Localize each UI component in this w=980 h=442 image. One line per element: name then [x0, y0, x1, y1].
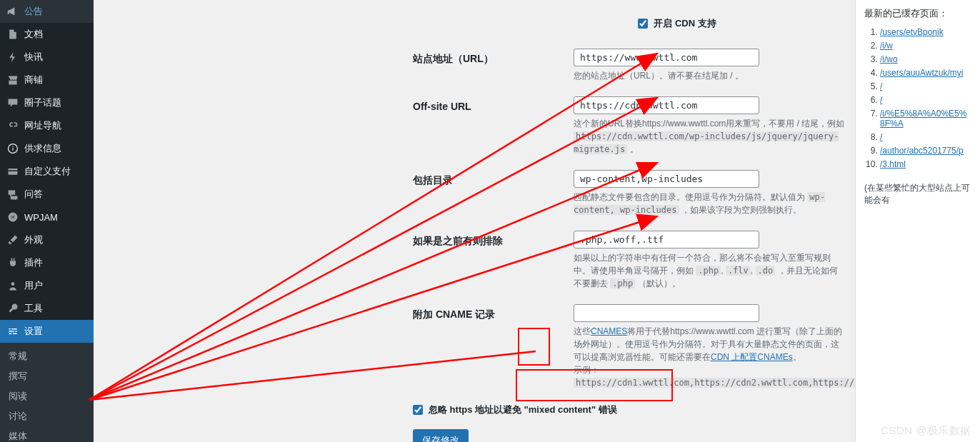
sidebar-item-label: 文档 [24, 28, 43, 41]
cached-page-item: / [880, 95, 971, 105]
sidebar-item-settings[interactable]: 设置 [0, 320, 94, 343]
sidebar-item-label: 外观 [24, 233, 43, 246]
cached-page-link[interactable]: /i/wo [880, 54, 898, 64]
offsite-url-label: Off-site URL [413, 96, 574, 156]
cached-page-link[interactable]: /3.html [880, 159, 906, 169]
sidebar-item-12[interactable]: 用户 [0, 274, 94, 297]
submenu-item[interactable]: 阅读 [0, 386, 94, 406]
sidebar-item-13[interactable]: 工具 [0, 297, 94, 320]
exclude-label: 如果是之前有则排除 [413, 231, 574, 290]
include-dirs-label: 包括目录 [413, 170, 574, 216]
sidebar-item-label: 公告 [24, 5, 43, 18]
user-icon [6, 278, 20, 293]
cached-page-link[interactable]: / [880, 132, 882, 142]
cached-page-item: /users/auuAwtzuk/myi [880, 68, 971, 78]
cached-page-link[interactable]: /users/etvBponik [880, 27, 944, 37]
sidebar-item-label: 问答 [24, 188, 43, 201]
cnames-link[interactable]: CNAMES [591, 326, 627, 336]
enable-cdn-label: 开启 CDN 支持 [654, 17, 716, 30]
cached-page-item: / [880, 132, 971, 142]
enable-cdn-checkbox[interactable] [638, 19, 648, 29]
exclude-input[interactable] [574, 231, 759, 248]
submenu-item[interactable]: 撰写 [0, 366, 94, 386]
skip-https-checkbox[interactable] [413, 405, 423, 415]
wpjam-icon: W [6, 210, 20, 224]
cname-help: 这些CNAMES将用于代替https://www.wwttl.com 进行重写（… [574, 325, 845, 389]
submenu-item[interactable]: 常规 [0, 346, 94, 366]
site-url-label: 站点地址（URL） [413, 49, 574, 82]
card-icon [6, 164, 20, 179]
cached-page-link[interactable]: /i/%E5%8A%A0%E5%8F%A [880, 109, 966, 129]
sidebar-item-label: 网址导航 [24, 119, 61, 132]
chat-icon [6, 96, 20, 110]
cached-page-link[interactable]: /i/w [880, 41, 893, 51]
site-url-input[interactable] [574, 49, 759, 66]
cdn-config-link[interactable]: CDN 上配置CNAMEs [711, 352, 793, 362]
sidebar-item-label: 商铺 [24, 74, 43, 86]
sidebar-item-label: 设置 [24, 325, 43, 338]
sidebar-item-0[interactable]: 公告 [0, 0, 94, 23]
cached-page-item: / [880, 81, 971, 91]
settings-submenu: 常规撰写阅读讨论媒体固定链接WP Clean UpWP Super Cache关… [0, 343, 94, 442]
offsite-url-input[interactable] [574, 96, 759, 114]
cached-page-item: /users/etvBponik [880, 27, 971, 37]
svg-rect-1 [9, 169, 18, 175]
sidebar-item-label: 用户 [24, 279, 43, 292]
main-content: 开启 CDN 支持 站点地址（URL） 您的站点地址（URL）。请不要在结尾加 … [94, 0, 980, 442]
cached-pages-note: (在某些繁忙的大型站点上可能会有 [864, 182, 971, 206]
svg-rect-2 [9, 170, 18, 171]
document-icon [6, 27, 20, 41]
sidebar-item-11[interactable]: 插件 [0, 251, 94, 274]
cached-page-item: /i/%E5%8A%A0%E5%8F%A [880, 109, 971, 129]
cname-input[interactable] [574, 304, 759, 322]
sidebar-item-label: 自定义支付 [24, 165, 71, 178]
info-icon [6, 141, 20, 156]
brush-icon [6, 233, 20, 247]
bolt-icon [6, 50, 20, 64]
sidebar-item-label: 插件 [24, 256, 43, 269]
store-icon [6, 73, 20, 87]
admin-sidebar: 公告文档快讯商铺圈子话题网址导航供求信息自定义支付问答WWPJAM外观插件用户工… [0, 0, 94, 442]
sidebar-item-label: 供求信息 [24, 142, 61, 155]
sidebar-item-label: 圈子话题 [24, 96, 61, 109]
sidebar-item-label: 工具 [24, 302, 43, 315]
cached-pages-panel: 最新的已缓存页面： /users/etvBponik/i/w/i/wo/user… [855, 0, 980, 442]
cached-page-link[interactable]: /author/abc5201775/p [880, 146, 964, 156]
svg-text:W: W [11, 215, 15, 219]
cached-page-item: /author/abc5201775/p [880, 146, 971, 156]
sidebar-item-10[interactable]: 外观 [0, 228, 94, 251]
watermark: CSDN @极乐数据 [881, 424, 971, 438]
sidebar-item-7[interactable]: 自定义支付 [0, 160, 94, 183]
include-dirs-help: 匹配静态文件要包含的目录。使用逗号作为分隔符。默认值为 wp-content, … [574, 191, 845, 216]
sidebar-item-label: WPJAM [24, 212, 58, 223]
site-url-help: 您的站点地址（URL）。请不要在结尾加 / 。 [574, 69, 845, 82]
megaphone-icon [6, 4, 20, 19]
svg-point-5 [11, 282, 15, 286]
include-dirs-input[interactable] [574, 170, 759, 188]
sliders-icon [6, 324, 20, 338]
sidebar-item-label: 快讯 [24, 51, 43, 64]
submenu-item[interactable]: 媒体 [0, 426, 94, 442]
cached-page-item: /3.html [880, 159, 971, 169]
exclude-help: 如果以上的字符串中有任何一个符合，那么将不会被写入至重写规则中。请使用半角逗号隔… [574, 251, 845, 290]
sidebar-item-3[interactable]: 商铺 [0, 69, 94, 91]
tools-icon [6, 301, 20, 316]
sidebar-item-8[interactable]: 问答 [0, 183, 94, 206]
cached-page-item: /i/wo [880, 54, 971, 64]
link-icon [6, 119, 20, 133]
plugin-icon [6, 256, 20, 270]
cached-page-link[interactable]: /users/auuAwtzuk/myi [880, 68, 964, 78]
submenu-item[interactable]: 讨论 [0, 406, 94, 426]
cached-page-link[interactable]: / [880, 95, 882, 105]
sidebar-item-9[interactable]: WWPJAM [0, 206, 94, 228]
sidebar-item-4[interactable]: 圈子话题 [0, 91, 94, 114]
sidebar-item-6[interactable]: 供求信息 [0, 137, 94, 160]
cached-pages-title: 最新的已缓存页面： [864, 7, 971, 20]
cached-page-link[interactable]: / [880, 81, 882, 91]
comments-icon [6, 187, 20, 201]
sidebar-item-2[interactable]: 快讯 [0, 46, 94, 69]
save-button[interactable]: 保存修改 [413, 429, 469, 442]
sidebar-item-1[interactable]: 文档 [0, 23, 94, 46]
offsite-url-help: 这个新的URL替换https://www.wwttl.com用来重写，不要用 /… [574, 117, 845, 156]
sidebar-item-5[interactable]: 网址导航 [0, 114, 94, 137]
